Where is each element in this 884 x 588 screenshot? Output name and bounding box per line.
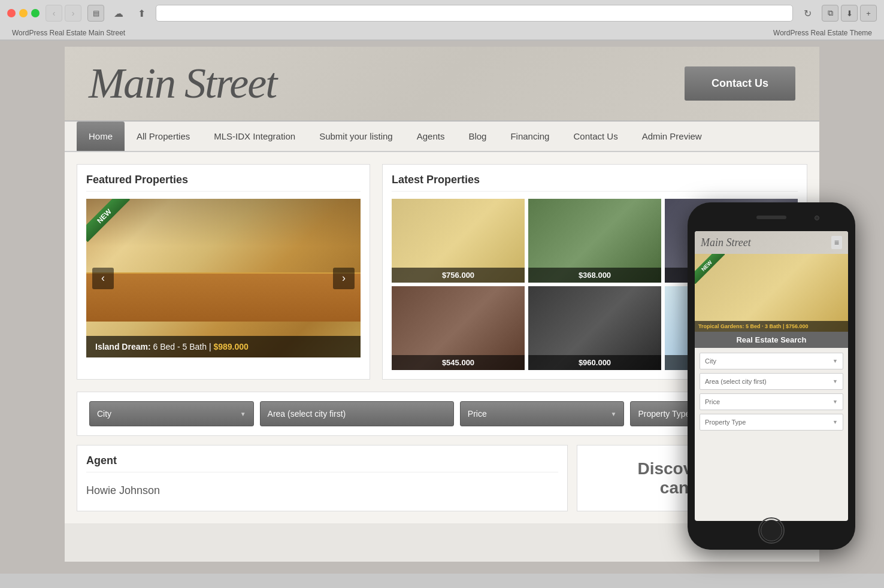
address-bar[interactable] xyxy=(156,5,793,22)
new-tab-button[interactable]: + xyxy=(860,5,877,22)
featured-title: Featured Properties xyxy=(86,174,361,192)
back-button[interactable]: ‹ xyxy=(46,5,62,22)
agent-section: Agent Howie Johnson xyxy=(77,445,568,511)
latest-price-2: $368.000 xyxy=(528,268,661,283)
caption-name: Island Dream: xyxy=(95,342,151,351)
nav-item-blog[interactable]: Blog xyxy=(456,122,498,151)
phone-header: Main Street ≡ xyxy=(695,231,848,254)
phone-logo: Main Street xyxy=(701,237,751,249)
phone-hero: NEW Tropical Gardens: 5 Bed · 3 Bath | $… xyxy=(695,254,848,332)
phone-hero-caption: Tropical Gardens: 5 Bed · 3 Bath | $756.… xyxy=(695,321,848,332)
city-dropdown-label: City xyxy=(97,409,111,419)
site-navigation: Home All Properties MLS-IDX Integration … xyxy=(65,122,819,152)
nav-item-admin[interactable]: Admin Preview xyxy=(630,122,714,151)
property-type-label: Property Type xyxy=(638,409,690,419)
tab-bar: WordPress Real Estate Main Street WordPr… xyxy=(0,26,884,40)
website-container: Main Street Contact Us Home All Properti… xyxy=(65,47,819,562)
caption-price: $989.000 xyxy=(213,342,248,351)
nav-item-all-properties[interactable]: All Properties xyxy=(125,122,202,151)
nav-item-submit[interactable]: Submit your listing xyxy=(307,122,405,151)
price-dropdown-label: Price xyxy=(468,409,487,419)
nav-item-contact[interactable]: Contact Us xyxy=(561,122,629,151)
phone-area-label: Area (select city first) xyxy=(705,378,767,385)
phone-city-arrow: ▼ xyxy=(832,358,838,364)
download-button[interactable]: ⬇ xyxy=(841,5,858,22)
latest-price-4: $545.000 xyxy=(392,355,525,370)
browser-chrome: ‹ › ▤ ☁ ⬆ ↻ ⧉ ⬇ + WordPress Real Estate … xyxy=(0,0,884,41)
phone-property-type-label: Property Type xyxy=(705,419,746,426)
latest-item-1[interactable]: $756.000 xyxy=(392,199,525,283)
latest-price-1: $756.000 xyxy=(392,268,525,283)
price-dropdown-arrow: ▼ xyxy=(611,411,617,417)
site-header: Main Street Contact Us xyxy=(65,47,819,122)
contact-us-header-button[interactable]: Contact Us xyxy=(685,66,795,101)
latest-item-5[interactable]: $960.000 xyxy=(528,286,661,370)
featured-caption: Island Dream: 6 Bed - 5 Bath | $989.000 xyxy=(86,336,361,357)
phone-speaker xyxy=(756,216,786,219)
nav-item-financing[interactable]: Financing xyxy=(498,122,561,151)
site-logo: Main Street xyxy=(89,59,276,108)
latest-item-2[interactable]: $368.000 xyxy=(528,199,661,283)
traffic-lights xyxy=(7,9,40,17)
sidebar-button[interactable]: ▤ xyxy=(87,5,104,22)
tab-left-label: WordPress Real Estate Main Street xyxy=(12,29,125,37)
phone-search-title: Real Estate Search xyxy=(695,332,848,348)
latest-item-4[interactable]: $545.000 xyxy=(392,286,525,370)
nav-link-submit[interactable]: Submit your listing xyxy=(307,122,405,151)
phone-home-button[interactable] xyxy=(758,517,785,544)
city-dropdown[interactable]: City ▼ xyxy=(89,401,254,426)
cloud-icon: ☁ xyxy=(110,5,127,22)
nav-item-home[interactable]: Home xyxy=(77,122,125,151)
phone-new-ribbon: NEW xyxy=(695,254,725,284)
phone-city-field[interactable]: City ▼ xyxy=(700,353,843,369)
new-badge: NEW xyxy=(86,199,130,242)
nav-item-agents[interactable]: Agents xyxy=(405,122,457,151)
maximize-button[interactable] xyxy=(31,9,40,17)
nav-link-admin[interactable]: Admin Preview xyxy=(630,122,714,151)
slider-next-button[interactable]: › xyxy=(333,268,355,289)
agent-name: Howie Johnson xyxy=(86,480,558,502)
copy-button[interactable]: ⧉ xyxy=(822,5,838,22)
featured-slider: NEW ‹ › Island Dream: 6 Bed - 5 Bath | $… xyxy=(86,199,361,357)
phone-price-field[interactable]: Price ▼ xyxy=(700,393,843,410)
slider-prev-button[interactable]: ‹ xyxy=(92,268,114,289)
mobile-overlay: Main Street ≡ NEW Tropical Gardens: 5 Be… xyxy=(688,202,855,550)
nav-buttons: ‹ › xyxy=(46,5,81,22)
phone-frame: Main Street ≡ NEW Tropical Gardens: 5 Be… xyxy=(688,202,855,550)
right-buttons: ⧉ ⬇ + xyxy=(822,5,877,22)
nav-item-mls[interactable]: MLS-IDX Integration xyxy=(202,122,307,151)
nav-link-home[interactable]: Home xyxy=(77,122,125,151)
nav-link-all-properties[interactable]: All Properties xyxy=(125,122,202,151)
minimize-button[interactable] xyxy=(19,9,28,17)
nav-link-mls[interactable]: MLS-IDX Integration xyxy=(202,122,307,151)
phone-area-arrow: ▼ xyxy=(832,378,838,384)
caption-details: 6 Bed - 5 Bath | xyxy=(153,342,211,351)
phone-property-type-field[interactable]: Property Type ▼ xyxy=(700,414,843,431)
agent-title: Agent xyxy=(86,454,558,472)
city-dropdown-arrow: ▼ xyxy=(240,411,246,417)
featured-properties-section: Featured Properties NEW ‹ › Island Dream… xyxy=(77,164,370,380)
phone-menu-icon[interactable]: ≡ xyxy=(831,236,842,249)
nav-link-blog[interactable]: Blog xyxy=(456,122,498,151)
phone-price-arrow: ▼ xyxy=(832,399,838,405)
nav-link-financing[interactable]: Financing xyxy=(498,122,561,151)
phone-city-label: City xyxy=(705,357,716,365)
area-input[interactable]: Area (select city first) xyxy=(260,401,454,426)
phone-screen: Main Street ≡ NEW Tropical Gardens: 5 Be… xyxy=(695,231,848,521)
nav-link-contact[interactable]: Contact Us xyxy=(561,122,629,151)
latest-title: Latest Properties xyxy=(392,174,798,192)
phone-property-type-arrow: ▼ xyxy=(832,419,838,425)
phone-price-label: Price xyxy=(705,398,720,405)
reload-button[interactable]: ↻ xyxy=(799,5,816,22)
tab-right-label: WordPress Real Estate Theme xyxy=(773,29,872,37)
phone-home-inner xyxy=(761,520,782,541)
price-dropdown[interactable]: Price ▼ xyxy=(460,401,625,426)
forward-button[interactable]: › xyxy=(65,5,81,22)
phone-camera xyxy=(815,216,819,220)
close-button[interactable] xyxy=(7,9,16,17)
browser-titlebar: ‹ › ▤ ☁ ⬆ ↻ ⧉ ⬇ + xyxy=(0,0,884,26)
phone-area-field[interactable]: Area (select city first) ▼ xyxy=(700,373,843,390)
phone-search-form: City ▼ Area (select city first) ▼ Price … xyxy=(695,348,848,435)
share-button[interactable]: ⬆ xyxy=(133,5,150,22)
nav-link-agents[interactable]: Agents xyxy=(405,122,457,151)
